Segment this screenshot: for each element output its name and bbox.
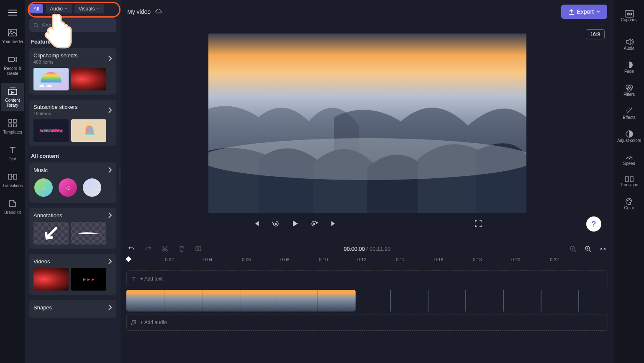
- rp-transition[interactable]: Transition: [616, 172, 643, 191]
- svg-rect-6: [9, 124, 12, 127]
- rp-captions[interactable]: CCCaptions: [616, 6, 643, 26]
- export-button[interactable]: Export: [561, 5, 607, 19]
- card-subtitle: 483 items: [33, 59, 78, 64]
- cloud-sync-icon: [155, 8, 162, 15]
- shapes-card: Shapes: [29, 300, 116, 318]
- nav-brand-kit[interactable]: Brand kit: [1, 195, 24, 219]
- rp-speed[interactable]: Speed: [616, 149, 643, 170]
- rp-label: Filters: [623, 92, 635, 97]
- card-header[interactable]: Annotations: [33, 212, 112, 219]
- rp-audio[interactable]: Audio: [616, 33, 643, 55]
- nav-transitions[interactable]: Transitions: [1, 168, 24, 192]
- gauge-icon: [625, 153, 634, 161]
- music-thumbnail-2[interactable]: ♫: [59, 178, 77, 197]
- nav-content-library[interactable]: Content library: [1, 83, 24, 111]
- project-name[interactable]: My video: [127, 8, 162, 15]
- video-track[interactable]: [126, 290, 608, 312]
- videos-card: Videos ▶▶▶: [29, 254, 116, 295]
- rewind-button[interactable]: 5: [271, 219, 281, 229]
- search-box[interactable]: [29, 18, 116, 32]
- search-input[interactable]: [42, 22, 112, 28]
- filter-label: Visuals: [79, 6, 95, 12]
- music-thumbnail-3[interactable]: ♫: [83, 178, 101, 197]
- skip-forward-button[interactable]: [328, 219, 339, 229]
- export-label: Export: [577, 8, 594, 15]
- card-header[interactable]: Subscribe stickers 19 items: [33, 104, 112, 116]
- nav-templates[interactable]: Templates: [1, 115, 24, 138]
- help-button[interactable]: ?: [586, 216, 601, 232]
- rp-fade[interactable]: Fade: [616, 57, 643, 78]
- nav-record-create[interactable]: Record & create: [1, 51, 24, 80]
- undo-button[interactable]: [126, 244, 136, 254]
- rp-color[interactable]: Color: [616, 193, 643, 214]
- filter-audio[interactable]: Audio: [46, 4, 72, 13]
- zoom-in-button[interactable]: [583, 244, 593, 254]
- contrast-icon: [625, 130, 634, 138]
- thumbnail-brush[interactable]: [71, 222, 106, 245]
- rp-effects[interactable]: Effects: [616, 103, 643, 124]
- rp-filters[interactable]: Filters: [616, 80, 643, 101]
- svg-point-31: [629, 199, 630, 200]
- filter-visuals[interactable]: Visuals: [74, 4, 104, 13]
- card-header[interactable]: Shapes: [33, 304, 112, 311]
- right-properties-panel: CCCaptions Audio Fade Filters Effects Ad…: [614, 0, 644, 363]
- subscribe-stickers-card: Subscribe stickers 19 items SUBSCRIBE★: [29, 100, 116, 146]
- filter-all[interactable]: All: [29, 4, 43, 13]
- timeline-ruler[interactable]: 0:02 0:04 0:06 0:08 0:10 0:12 0:14 0:16 …: [121, 257, 614, 267]
- video-canvas[interactable]: [208, 33, 526, 213]
- card-title: Videos: [33, 258, 50, 265]
- play-button[interactable]: [290, 219, 300, 229]
- rp-adjust-colors[interactable]: Adjust colors: [616, 126, 643, 147]
- svg-rect-4: [9, 119, 12, 122]
- ruler-tick: 0:14: [396, 257, 434, 267]
- delete-button[interactable]: [177, 244, 187, 254]
- preview-area: 16:9 5 5 ?: [121, 23, 614, 240]
- current-time: 00:00.00: [344, 246, 365, 252]
- aspect-ratio-button[interactable]: 16:9: [586, 29, 605, 39]
- ruler-tick: 0:16: [434, 257, 473, 267]
- fullscreen-button[interactable]: [473, 219, 483, 229]
- thumbnail-rainbow[interactable]: [33, 68, 69, 90]
- camera-icon: [8, 54, 18, 64]
- redo-button[interactable]: [143, 244, 153, 254]
- card-header[interactable]: Videos: [33, 258, 112, 265]
- video-clip[interactable]: [126, 290, 356, 312]
- thumbnail-bell[interactable]: [71, 119, 106, 142]
- add-text-label: + Add text: [140, 276, 163, 282]
- chevron-right-icon: [108, 258, 112, 265]
- thumbnail-video-2[interactable]: ▶▶▶: [71, 268, 106, 291]
- music-icon: [131, 319, 137, 325]
- fit-zoom-button[interactable]: [598, 244, 608, 254]
- card-title: Music: [33, 167, 48, 173]
- nav-text[interactable]: Text: [1, 142, 24, 165]
- project-title: My video: [127, 8, 151, 15]
- thumbnail-video-1[interactable]: [33, 268, 69, 291]
- rp-label: Fade: [624, 69, 634, 74]
- svg-rect-8: [8, 174, 12, 179]
- filter-tabs: All Audio Visuals: [25, 4, 121, 18]
- audio-track[interactable]: + Add audio: [126, 314, 608, 331]
- featured-section-label: Featured: [25, 37, 121, 48]
- rp-label: Speed: [623, 161, 635, 166]
- thumbnail-arrow[interactable]: [33, 222, 69, 245]
- card-header[interactable]: Music: [33, 167, 112, 173]
- chevron-right-icon: [108, 107, 112, 113]
- skip-back-button[interactable]: [251, 219, 262, 229]
- all-content-section-label: All content: [25, 151, 121, 162]
- chevron-right-icon: [108, 304, 112, 311]
- ruler-tick: 0:20: [511, 257, 550, 267]
- hamburger-menu[interactable]: [4, 4, 21, 21]
- thumbnail-spark[interactable]: [71, 68, 106, 90]
- forward-button[interactable]: 5: [309, 219, 319, 229]
- split-button[interactable]: [193, 244, 203, 254]
- text-track[interactable]: + Add text: [126, 270, 608, 287]
- zoom-out-button[interactable]: [568, 244, 578, 254]
- svg-point-15: [166, 250, 167, 251]
- ruler-tick: 0:08: [280, 257, 319, 267]
- thumbnail-subscribe[interactable]: SUBSCRIBE★: [33, 119, 69, 142]
- nav-your-media[interactable]: Your media: [1, 24, 24, 48]
- svg-text:5: 5: [275, 223, 277, 225]
- music-thumbnail-1[interactable]: ♫: [34, 178, 53, 197]
- card-header[interactable]: Clipchamp selects 483 items: [33, 52, 112, 64]
- cut-button[interactable]: [160, 244, 170, 254]
